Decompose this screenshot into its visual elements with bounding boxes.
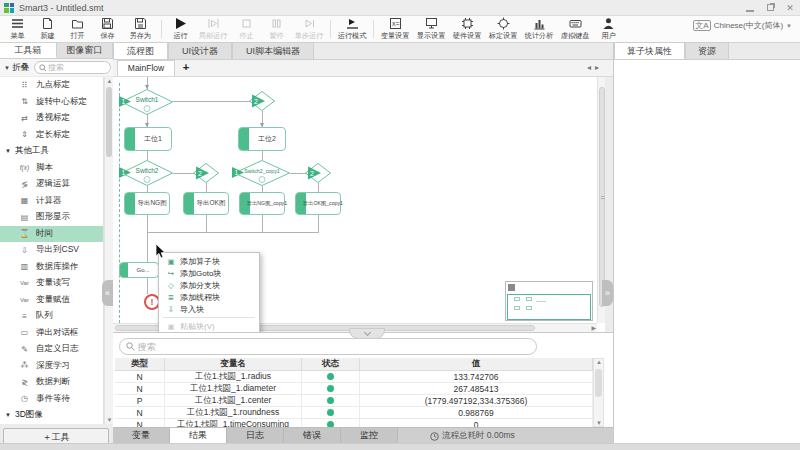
results-search[interactable] [119,338,537,355]
tool-item-database-operation[interactable]: ▥数据库操作 [0,259,103,276]
scroll-right-icon[interactable]: ▶ [591,324,596,332]
tool-item-script[interactable]: f(x)脚本 [0,160,103,177]
branch-1-marker[interactable]: 1 [232,167,245,178]
tab-ui-designer[interactable]: UI设计器 [168,42,232,59]
language-selector[interactable]: 文A Chinese(中文(简体) ▼ [693,20,792,31]
scrollbar-thumb[interactable] [595,369,602,397]
scroll-up-icon[interactable]: ▲ [594,359,604,365]
menu-item-import-block[interactable]: ⇩导入块 [159,303,259,315]
menu-item-add-operator-block[interactable]: ▣添加算子块 [159,255,259,267]
calibration-settings-button[interactable]: 标定设置 [485,16,521,42]
close-button[interactable]: ✕ [784,2,796,14]
sidebar-scrollbar[interactable]: ▲ ▼ [104,77,113,424]
tab-monitor[interactable]: 监控 [341,428,398,443]
open-button[interactable]: 打开 [62,16,92,42]
tab-log[interactable]: 日志 [227,428,284,443]
tool-item-fixed-length-calibration[interactable]: ⇕定长标定 [0,127,103,144]
hardware-settings-button[interactable]: 硬件设置 [449,16,485,42]
tab-ui-script-editor[interactable]: UI脚本编辑器 [232,42,314,59]
branch-2-connector[interactable]: 2 [193,163,219,183]
tool-item-logic-operation[interactable]: ≶逻辑运算 [0,176,103,193]
tool-item-nine-point-calibration[interactable]: ⠿九点标定 [0,77,103,94]
table-scrollbar[interactable]: ▲ ▼ [593,358,604,427]
station2-block[interactable]: 工位2 [238,127,286,151]
results-search-input[interactable] [138,342,530,352]
tool-item-export-csv[interactable]: ⇩导出到CSV [0,242,103,259]
station1-block[interactable]: 工位1 [124,127,172,151]
export-ng-copy-block[interactable]: 导出NG图_copy1 [239,192,285,215]
tool-item-calculator[interactable]: ▦计算器 [0,193,103,210]
menu-item-add-thread-block[interactable]: ≣添加线程块 [159,291,259,303]
tab-image-window[interactable]: 图像窗口 [57,43,114,58]
tool-item-popup-dialog[interactable]: ▭弹出对话框 [0,325,103,342]
tool-item-variable-readwrite[interactable]: Var变量读写 [0,275,103,292]
tab-toolbox[interactable]: 工具箱 [0,43,57,58]
scroll-down-icon[interactable]: ▼ [594,420,604,426]
tab-errors[interactable]: 错误 [284,428,341,443]
minimap-icon [508,284,515,291]
user-icon [602,17,615,30]
tool-item-variable-assignment[interactable]: Var变量赋值 [0,292,103,309]
tool-item-event-wait[interactable]: ◷事件等待 [0,391,103,408]
tool-item-data-judgment[interactable]: ≷数据判断 [0,374,103,391]
export-ng-block[interactable]: 导出NG图 [124,192,170,215]
svg-text:1: 1 [122,169,126,176]
menu-item-add-goto-block[interactable]: ↪添加Goto块 [159,267,259,279]
restore-button[interactable] [764,2,776,14]
collapse-right-panel-handle[interactable]: » [602,280,613,306]
menu-item-add-branch-block[interactable]: ◇添加分支块 [159,279,259,291]
section-3d-image[interactable]: ▼3D图像 [0,407,103,424]
save-as-button[interactable]: 另存为 [122,16,158,42]
sidebar-search-input[interactable] [48,63,106,72]
tab-scroll-arrows[interactable]: ◂▸ [587,63,603,72]
tab-operator-properties[interactable]: 算子块属性 [614,42,685,59]
minimize-button[interactable] [744,2,756,14]
tab-resources[interactable]: 资源 [685,42,729,59]
save-button[interactable]: 保存 [92,16,122,42]
menu-button[interactable]: 菜单 [2,16,32,42]
collapse-left-panel-handle[interactable]: « [102,280,113,306]
tool-item-perspective-calibration[interactable]: ⇄透视标定 [0,110,103,127]
flowchart-canvas[interactable]: Switch1 1 2 工位1 工位2 Switch2 1 2 Switch2_… [113,77,605,332]
branch-2-connector[interactable]: 2 [249,91,275,111]
export-ok-block[interactable]: 导出OK图 [183,192,229,215]
tab-flowchart[interactable]: 流程图 [113,42,168,59]
tool-item-custom-log[interactable]: ✎自定义日志 [0,341,103,358]
table-row[interactable]: N 工位1.找圆_1.roundness 0.988769 [115,407,593,419]
variable-settings-button[interactable]: x= 变量设置 [377,16,413,42]
user-button[interactable]: 用户 [593,16,623,42]
statistics-button[interactable]: 统计分析 [521,16,557,42]
sidebar-search[interactable] [34,61,111,74]
tool-item-rotation-center-calibration[interactable]: ⇅旋转中心标定 [0,94,103,111]
branch-1-marker[interactable]: 1 [119,167,132,178]
tool-item-deep-learning[interactable]: ⁂深度学习 [0,358,103,375]
minimap[interactable] [505,281,593,321]
export-ok-copy-block[interactable]: 导出OK图_copy1 [295,192,341,215]
table-row[interactable]: N 工位1.找圆_1.radius 133.742706 [115,371,593,383]
run-mode-button[interactable]: 运行模式 [334,16,370,42]
tool-item-time[interactable]: ⌛时间 [0,226,103,243]
tab-results[interactable]: 结果 [170,428,227,443]
calibration-settings-icon [497,17,510,30]
branch-2-connector[interactable]: 2 [305,163,331,183]
collapse-button[interactable]: ▼ 折叠 [2,61,31,75]
collapse-bottom-panel-button[interactable] [349,328,385,339]
tab-mainflow[interactable]: MainFlow [117,60,175,76]
branch-1-marker[interactable]: 1 [119,96,132,107]
add-flow-button[interactable]: + [179,61,193,75]
table-row[interactable]: P 工位1.找圆_1.center (1779.497192,334.37536… [115,395,593,407]
display-settings-button[interactable]: 显示设置 [413,16,449,42]
virtual-keyboard-button[interactable]: 虚拟键盘 [557,16,593,42]
scrollbar-thumb[interactable] [106,87,112,157]
tool-item-queue[interactable]: ≡队列 [0,308,103,325]
table-row[interactable]: N 工位1.找圆_1.timeConsuming 0 [115,419,593,427]
section-other-tools[interactable]: ▼其他工具 [0,143,103,160]
table-row[interactable]: N 工位1.找圆_1.diameter 267.485413 [115,383,593,395]
tab-variables[interactable]: 变量 [113,428,170,443]
run-button[interactable]: 运行 [165,16,195,42]
minimap-viewport[interactable] [507,294,591,320]
goto-block[interactable]: Go... [119,262,159,278]
scrollbar-thumb[interactable] [599,87,605,307]
new-button[interactable]: 新建 [32,16,62,42]
tool-item-graphic-display[interactable]: ▤图形显示 [0,209,103,226]
